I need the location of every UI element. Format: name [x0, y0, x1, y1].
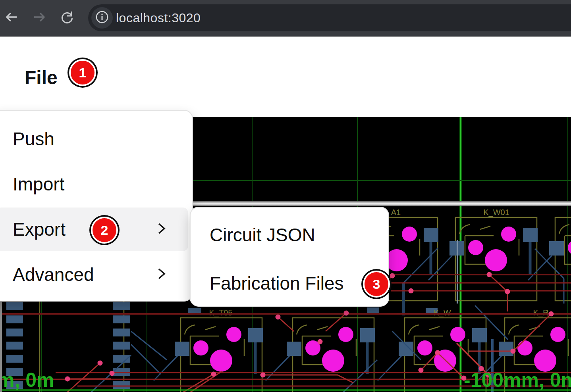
- annotation-badge-1: 1: [69, 59, 96, 86]
- browser-window: A1 K_W01 K_T05 K_W K_R: [0, 0, 571, 392]
- annotation-badge-3: 3: [363, 271, 390, 298]
- menu-item-label: Advanced: [13, 264, 94, 285]
- toolbar-divider: [0, 36, 571, 37]
- chevron-right-icon: [156, 264, 167, 285]
- menu-item-import[interactable]: Import: [0, 162, 188, 206]
- url-text[interactable]: localhost:3020: [116, 4, 201, 31]
- menu-item-label: Push: [13, 128, 54, 150]
- badge-number: 2: [101, 223, 108, 238]
- submenu-item-fabrication-files[interactable]: Fabrication Files: [195, 263, 384, 304]
- coordinate-label-right: -100mm, 0m: [464, 369, 571, 391]
- forward-button[interactable]: [31, 10, 48, 26]
- left-edge-line: [0, 302, 2, 392]
- back-arrow-icon: [4, 10, 19, 26]
- submenu-item-circuit-json[interactable]: Circuit JSON: [195, 215, 384, 255]
- reload-button[interactable]: [59, 10, 75, 26]
- submenu-item-label: Fabrication Files: [210, 273, 343, 294]
- chevron-right-icon: [156, 219, 167, 240]
- menu-item-label: Export: [13, 219, 66, 240]
- back-button[interactable]: [3, 10, 20, 26]
- info-icon: [95, 10, 109, 26]
- submenu-item-label: Circuit JSON: [210, 224, 315, 246]
- reload-icon: [60, 10, 75, 26]
- component-label: K_T05: [209, 308, 233, 317]
- component-label: K_W01: [483, 208, 509, 217]
- component-label: K_R: [533, 308, 549, 317]
- coordinate-label-left: m, 0m: [0, 369, 54, 391]
- browser-toolbar: localhost:3020: [0, 0, 571, 36]
- component-label: A1: [391, 208, 401, 217]
- menu-item-advanced[interactable]: Advanced: [0, 253, 188, 296]
- file-menu-button[interactable]: File: [25, 67, 58, 88]
- component-label: K_W: [434, 308, 451, 317]
- file-dropdown-menu: Push Import Export Advanced: [0, 110, 193, 302]
- badge-number: 1: [79, 65, 87, 81]
- annotation-badge-2: 2: [91, 217, 118, 244]
- menu-item-label: Import: [13, 173, 64, 195]
- menu-item-push[interactable]: Push: [0, 117, 188, 161]
- export-submenu: Circuit JSON Fabrication Files: [190, 207, 389, 307]
- site-info-button[interactable]: [91, 7, 113, 29]
- forward-arrow-icon: [32, 10, 47, 26]
- badge-number: 3: [373, 277, 380, 292]
- address-bar[interactable]: localhost:3020: [88, 4, 571, 31]
